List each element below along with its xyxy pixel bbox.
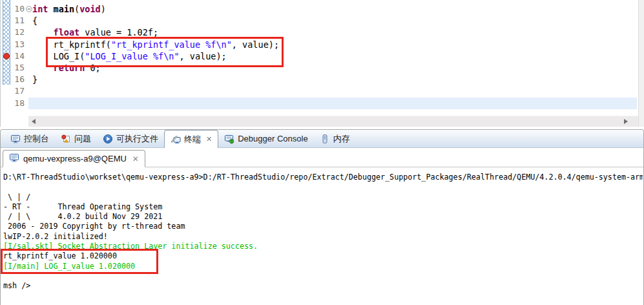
code-segment: { [32, 16, 37, 26]
code-segment: ) [101, 4, 106, 14]
code-line: rt_kprintf("rt_kprintf_value %f\n", valu… [32, 39, 636, 50]
code-line: } [32, 74, 636, 85]
close-icon[interactable]: ✕ [132, 155, 139, 163]
terminal-line [3, 271, 643, 281]
code-segment: , value); [232, 39, 279, 50]
code-segment: "rt_kprintf_value %f\n" [111, 39, 232, 50]
code-line: float value = 1.02f; [32, 26, 636, 38]
code-segment: rt_kprintf( [32, 39, 111, 50]
terminal-line: 2006 - 2019 Copyright by rt-thread team [3, 222, 643, 231]
fold-cell [26, 62, 32, 74]
line-number-gutter[interactable]: 101112131415161718 [10, 3, 25, 109]
breakpoint-icon[interactable] [3, 53, 10, 59]
annotation-ruler[interactable] [1, 0, 11, 115]
code-segment [32, 27, 54, 37]
line-number: 18 [10, 98, 25, 109]
ide-window: 101112131415161718 int main(void){ float… [0, 0, 644, 305]
code-segment: , value); [180, 51, 227, 61]
fold-cell [26, 50, 32, 62]
fold-cell [26, 74, 32, 85]
fold-cell [26, 3, 32, 15]
tab-label: 终端 [184, 134, 201, 145]
bottom-view-panel: 控制台问题可执行文件终端✕Debugger Console内存 qemu-vex… [0, 129, 644, 305]
tab-terminal[interactable]: 终端✕ [164, 130, 218, 148]
code-text-area[interactable]: int main(void){ float value = 1.02f; rt_… [32, 3, 636, 109]
line-number: 11 [10, 15, 25, 26]
code-segment: float [54, 27, 80, 37]
debugger-console-icon [224, 134, 234, 144]
fold-column [26, 3, 32, 109]
code-segment: ( [74, 4, 79, 14]
terminal-connection-tab[interactable]: qemu-vexpress-a9@QEMU ✕ [3, 150, 145, 167]
line-number: 15 [10, 62, 25, 74]
line-number: 13 [10, 39, 25, 50]
executable-icon [103, 134, 113, 144]
tab-label: 问题 [74, 133, 91, 145]
console-icon [9, 152, 19, 165]
panel-tabbar: 控制台问题可执行文件终端✕Debugger Console内存 [1, 130, 643, 148]
code-line: return 0; [32, 62, 636, 74]
terminal-output[interactable]: D:\RT-ThreadStudio\workset\qemu-vexpress… [1, 168, 643, 305]
terminal-tab-label: qemu-vexpress-a9@QEMU [23, 154, 127, 163]
line-number: 14 [10, 50, 25, 62]
tab-label: Debugger Console [238, 134, 307, 143]
terminal-line: lwIP-2.0.2 initialized! [3, 232, 643, 242]
fold-cell [26, 39, 32, 50]
code-segment: void [79, 4, 101, 14]
scroll-left-arrow-icon[interactable] [32, 119, 36, 124]
tab-debugger-console[interactable]: Debugger Console [218, 130, 313, 147]
code-segment: main [54, 4, 75, 14]
code-segment: value = 1.02f; [79, 27, 158, 37]
tab-problems[interactable]: 问题 [55, 130, 97, 147]
code-segment: return [54, 63, 85, 73]
tab-executables[interactable]: 可执行文件 [97, 130, 164, 147]
line-number: 10 [10, 3, 25, 15]
problems-icon [61, 134, 71, 144]
terminal-line [3, 182, 643, 192]
terminal-icon [171, 134, 181, 145]
line-number: 17 [10, 85, 25, 97]
code-line: { [32, 15, 636, 26]
code-line: LOG_I("LOG_I_value %f\n", value); [32, 50, 636, 62]
terminal-connections-tabbar: qemu-vexpress-a9@QEMU ✕ [1, 148, 643, 167]
code-segment: int [32, 4, 48, 14]
terminal-line: - RT - Thread Operating System [3, 202, 643, 212]
console-icon [10, 134, 21, 144]
tab-console[interactable]: 控制台 [5, 130, 55, 147]
terminal-line: [I/main] LOG_I_value 1.020000 [3, 262, 643, 271]
code-segment: } [32, 74, 37, 85]
scroll-right-arrow-icon[interactable] [624, 119, 628, 124]
changed-lines-indicator [3, 0, 10, 85]
fold-cell [26, 85, 32, 97]
line-number: 16 [10, 74, 25, 85]
editor-horizontal-scrollbar[interactable] [28, 116, 638, 127]
tab-label: 控制台 [24, 133, 49, 145]
terminal-line: / | \ 4.0.2 build Nov 29 2021 [3, 212, 643, 222]
code-segment [32, 63, 54, 73]
tab-memory[interactable]: 内存 [314, 130, 356, 147]
code-editor[interactable]: 101112131415161718 int main(void){ float… [0, 0, 644, 127]
terminal-line: msh /> [3, 281, 643, 291]
code-line: int main(void) [32, 3, 636, 15]
code-segment: 0; [85, 63, 100, 73]
fold-cell [26, 15, 32, 26]
terminal-line: \ | / [3, 193, 643, 202]
line-number: 12 [10, 26, 25, 38]
fold-cell [26, 26, 32, 38]
fold-cell [26, 98, 32, 109]
code-segment: LOG_I( [32, 51, 85, 61]
code-line [32, 98, 636, 109]
terminal-line: [I/sal.skt] Socket Abstraction Layer ini… [3, 242, 643, 251]
code-segment [48, 4, 53, 14]
overview-ruler[interactable] [638, 0, 644, 127]
terminal-line: D:\RT-ThreadStudio\workset\qemu-vexpress… [3, 173, 643, 182]
tab-label: 内存 [333, 133, 350, 145]
terminal-line: rt_kprintf_value 1.020000 [3, 251, 643, 261]
code-line [32, 85, 636, 97]
tab-label: 可执行文件 [116, 133, 158, 145]
code-segment: "LOG_I_value %f\n" [85, 51, 179, 61]
close-icon[interactable]: ✕ [206, 136, 212, 143]
memory-icon [320, 134, 330, 144]
